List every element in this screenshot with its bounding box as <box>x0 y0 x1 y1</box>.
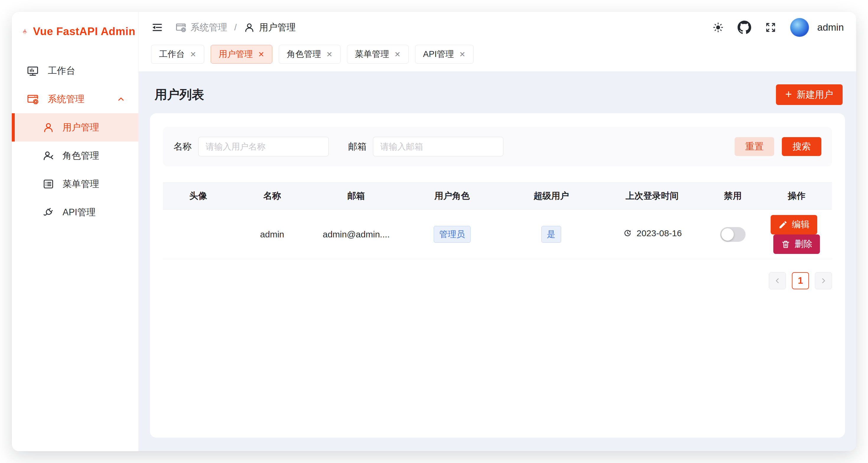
edit-button-label: 编辑 <box>792 219 810 231</box>
system-settings-icon <box>27 93 39 105</box>
cell-actions: 编辑 删除 <box>762 210 832 259</box>
tab-label: 菜单管理 <box>355 48 389 60</box>
email-label: 邮箱 <box>348 140 366 153</box>
page-next-button[interactable] <box>815 272 832 289</box>
collapse-menu-icon <box>151 21 163 34</box>
sidebar-item-api[interactable]: API管理 <box>12 198 138 227</box>
sidebar-item-users[interactable]: 用户管理 <box>12 113 138 141</box>
sidebar-item-label: API管理 <box>63 206 96 219</box>
col-disabled: 禁用 <box>704 183 762 210</box>
user-icon <box>244 22 255 33</box>
cell-name: admin <box>234 210 311 259</box>
username[interactable]: admin <box>817 22 844 33</box>
chevron-left-icon <box>773 276 781 285</box>
tab-api[interactable]: API管理 ✕ <box>415 45 473 64</box>
close-icon[interactable]: ✕ <box>459 51 466 58</box>
pagination: 1 <box>163 272 832 289</box>
header-actions: admin <box>712 18 844 37</box>
sidebar-collapse-button[interactable] <box>151 21 163 34</box>
tab-roles[interactable]: 角色管理 ✕ <box>279 45 340 64</box>
cell-last-login: 2023-08-16 <box>600 210 704 259</box>
reset-button[interactable]: 重置 <box>735 137 774 156</box>
breadcrumb-item-users[interactable]: 用户管理 <box>244 21 296 34</box>
pencil-icon <box>778 220 788 229</box>
col-email: 邮箱 <box>311 183 402 210</box>
app-logo[interactable]: Vue FastAPI Admin <box>12 12 138 49</box>
sidebar-item-workbench[interactable]: 工作台 <box>12 57 138 85</box>
query-bar: 名称 邮箱 重置 搜索 <box>163 127 832 166</box>
col-actions: 操作 <box>762 183 832 210</box>
search-button[interactable]: 搜索 <box>782 137 822 156</box>
cell-role: 管理员 <box>402 210 502 259</box>
github-link-button[interactable] <box>738 21 751 34</box>
close-icon[interactable]: ✕ <box>326 51 333 58</box>
name-input[interactable] <box>198 137 329 156</box>
col-superuser: 超级用户 <box>502 183 600 210</box>
page-header: 用户列表 + 新建用户 <box>150 78 845 113</box>
tab-label: 角色管理 <box>287 48 321 60</box>
breadcrumb-item-system[interactable]: 系统管理 <box>175 21 227 34</box>
page-number-current[interactable]: 1 <box>792 272 809 289</box>
cell-superuser: 是 <box>502 210 600 259</box>
breadcrumb-label: 系统管理 <box>191 21 227 34</box>
table-header-row: 头像 名称 邮箱 用户角色 超级用户 上次登录时间 禁用 操作 <box>163 183 832 210</box>
history-clock-icon <box>623 228 632 238</box>
sidebar-item-system[interactable]: 系统管理 <box>12 85 138 113</box>
api-plug-icon <box>42 206 54 218</box>
sidebar-item-label: 工作台 <box>48 65 75 77</box>
email-input[interactable] <box>373 137 503 156</box>
system-settings-icon <box>175 22 186 33</box>
sidebar-item-label: 角色管理 <box>63 150 99 162</box>
header: 系统管理 / 用户管理 <box>139 12 856 43</box>
tab-workbench[interactable]: 工作台 ✕ <box>151 45 204 64</box>
delete-button[interactable]: 删除 <box>773 234 820 254</box>
breadcrumb-separator: / <box>232 23 238 32</box>
col-role: 用户角色 <box>402 183 502 210</box>
avatar[interactable] <box>790 18 809 37</box>
disabled-toggle[interactable] <box>720 227 746 242</box>
sidebar-menu: 工作台 系统管理 <box>12 49 138 227</box>
col-last-login: 上次登录时间 <box>600 183 704 210</box>
name-label: 名称 <box>174 140 192 153</box>
col-name: 名称 <box>234 183 311 210</box>
close-icon[interactable]: ✕ <box>190 51 196 58</box>
sidebar-item-label: 菜单管理 <box>63 178 99 190</box>
tab-users[interactable]: 用户管理 ✕ <box>211 45 272 64</box>
new-user-button[interactable]: + 新建用户 <box>776 84 843 105</box>
tabbar: 工作台 ✕ 用户管理 ✕ 角色管理 ✕ 菜单管理 ✕ API管理 ✕ <box>139 43 856 71</box>
app-title: Vue FastAPI Admin <box>33 25 135 38</box>
sun-icon <box>712 22 724 33</box>
fullscreen-button[interactable] <box>765 22 777 33</box>
chevron-right-icon <box>819 276 828 285</box>
last-login-value: 2023-08-16 <box>637 228 682 238</box>
breadcrumb-label: 用户管理 <box>259 21 296 34</box>
sidebar-item-roles[interactable]: 角色管理 <box>12 141 138 170</box>
new-user-button-label: 新建用户 <box>797 89 833 101</box>
page-prev-button[interactable] <box>769 272 786 289</box>
col-avatar: 头像 <box>163 183 234 210</box>
breadcrumb: 系统管理 / 用户管理 <box>175 21 296 34</box>
edit-button[interactable]: 编辑 <box>771 215 817 234</box>
theme-toggle-button[interactable] <box>712 22 724 33</box>
tab-label: API管理 <box>423 48 454 60</box>
cell-disabled <box>704 210 762 259</box>
app-window: Vue FastAPI Admin 工作台 <box>12 12 856 451</box>
role-tag: 管理员 <box>434 226 471 242</box>
user-list-card: 名称 邮箱 重置 搜索 头像 名称 <box>150 113 845 438</box>
user-icon <box>42 122 54 133</box>
menu-list-icon <box>42 178 54 190</box>
table-row: admin admin@admin.... 管理员 是 <box>163 210 832 259</box>
superuser-tag: 是 <box>541 226 561 242</box>
close-icon[interactable]: ✕ <box>395 51 401 58</box>
users-table: 头像 名称 邮箱 用户角色 超级用户 上次登录时间 禁用 操作 <box>163 182 832 259</box>
close-icon[interactable]: ✕ <box>258 51 265 58</box>
main-area: 系统管理 / 用户管理 <box>139 12 856 451</box>
chevron-up-icon <box>116 94 126 104</box>
tab-menus[interactable]: 菜单管理 ✕ <box>347 45 409 64</box>
monitor-icon <box>27 65 39 77</box>
tab-label: 用户管理 <box>219 48 253 60</box>
github-icon <box>738 21 751 34</box>
sidebar-item-label: 用户管理 <box>63 121 99 134</box>
tab-label: 工作台 <box>159 48 185 60</box>
sidebar-item-menus[interactable]: 菜单管理 <box>12 170 138 198</box>
